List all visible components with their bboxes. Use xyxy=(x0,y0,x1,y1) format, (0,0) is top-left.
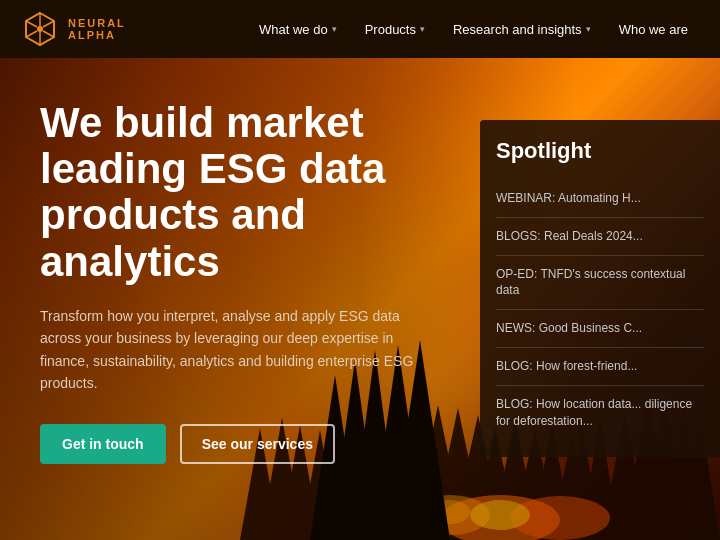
svg-line-3 xyxy=(43,21,54,27)
spotlight-item-1[interactable]: WEBINAR: Automating H... xyxy=(496,180,704,218)
chevron-down-icon: ▾ xyxy=(332,24,337,34)
chevron-down-icon: ▾ xyxy=(586,24,591,34)
svg-point-36 xyxy=(470,500,530,530)
navigation: NEURAL ALPHA What we do ▾ Products ▾ Res… xyxy=(0,0,720,58)
hero-content: We build market leading ESG data product… xyxy=(40,100,470,464)
svg-line-7 xyxy=(26,21,37,27)
spotlight-panel: Spotlight WEBINAR: Automating H... BLOGS… xyxy=(480,120,720,457)
nav-item-products[interactable]: Products ▾ xyxy=(353,14,437,45)
see-services-button[interactable]: See our services xyxy=(180,424,335,464)
spotlight-title: Spotlight xyxy=(496,138,704,164)
svg-point-1 xyxy=(37,26,43,32)
svg-line-4 xyxy=(43,31,54,37)
hero-subtitle: Transform how you interpret, analyse and… xyxy=(40,305,420,395)
spotlight-item-5[interactable]: BLOG: How forest-friend... xyxy=(496,348,704,386)
nav-links: What we do ▾ Products ▾ Research and ins… xyxy=(247,14,700,45)
logo[interactable]: NEURAL ALPHA xyxy=(20,9,126,49)
logo-text: NEURAL ALPHA xyxy=(68,17,126,41)
get-in-touch-button[interactable]: Get in touch xyxy=(40,424,166,464)
nav-item-research[interactable]: Research and insights ▾ xyxy=(441,14,603,45)
spotlight-item-3[interactable]: OP-ED: TNFD's success contextual data xyxy=(496,256,704,311)
spotlight-item-2[interactable]: BLOGS: Real Deals 2024... xyxy=(496,218,704,256)
nav-item-what-we-do[interactable]: What we do ▾ xyxy=(247,14,349,45)
svg-line-6 xyxy=(26,31,37,37)
svg-rect-43 xyxy=(353,510,359,540)
svg-rect-44 xyxy=(373,505,380,540)
nav-item-who-we-are[interactable]: Who we are xyxy=(607,14,700,45)
spotlight-item-6[interactable]: BLOG: How location data... diligence for… xyxy=(496,386,704,440)
spotlight-item-4[interactable]: NEWS: Good Business C... xyxy=(496,310,704,348)
hero-buttons: Get in touch See our services xyxy=(40,424,470,464)
chevron-down-icon: ▾ xyxy=(420,24,425,34)
svg-rect-45 xyxy=(418,500,426,540)
hero-title: We build market leading ESG data product… xyxy=(40,100,470,285)
logo-icon xyxy=(20,9,60,49)
